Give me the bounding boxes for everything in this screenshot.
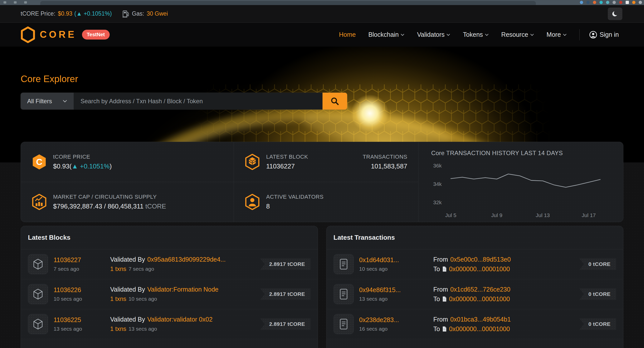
block-number-link[interactable]: 11036226 bbox=[54, 286, 110, 294]
tcore-price-card-value: $0.93(▲ +0.1051%) bbox=[53, 162, 112, 170]
block-txn-time: 7 secs ago bbox=[129, 266, 154, 272]
cube-icon bbox=[33, 258, 43, 270]
tcore-price-value[interactable]: $0.93 bbox=[58, 10, 72, 17]
moon-icon bbox=[612, 10, 619, 17]
search-button[interactable] bbox=[323, 93, 347, 110]
chevron-down-icon bbox=[563, 33, 567, 36]
search-icon bbox=[330, 97, 339, 106]
nav-item-home[interactable]: Home bbox=[339, 31, 356, 38]
active-validators-label: ACTIVE VALIDATORS bbox=[266, 194, 324, 200]
txns-count-link[interactable]: 1 txns bbox=[110, 295, 126, 302]
price-ticker-bar: tCORE Price: $0.93 (▲ +0.1051%) Gas: 30 … bbox=[0, 5, 644, 23]
to-address-link[interactable]: 0x000000...00001000 bbox=[449, 295, 510, 303]
document-icon bbox=[339, 288, 348, 300]
validator-link[interactable]: Validator:validator 0x02 bbox=[147, 316, 213, 323]
block-reward-badge: 2.8917 tCORE bbox=[260, 288, 311, 300]
tcore-price-change: (▲ +0.1051%) bbox=[74, 10, 112, 17]
nav-divider bbox=[579, 29, 580, 40]
chevron-down-icon bbox=[485, 33, 489, 36]
block-row: 11036226 10 secs ago Validated ByValidat… bbox=[21, 279, 318, 309]
search-filter-label: All Filters bbox=[27, 98, 52, 105]
chart-title: Core TRANSACTION HISTORY LAST 14 DAYS bbox=[431, 150, 611, 157]
block-cube-tile bbox=[28, 254, 48, 274]
from-address-link[interactable]: 0x01bca3...49b054b1 bbox=[450, 316, 511, 323]
testnet-badge: TestNet bbox=[82, 30, 110, 40]
contract-doc-icon bbox=[442, 266, 447, 272]
svg-text:C: C bbox=[36, 157, 42, 167]
active-validators-value: 8 bbox=[266, 202, 324, 210]
chevron-down-icon bbox=[446, 33, 450, 36]
transaction-history-line-chart: 36k 34k 32k Jul 5 Jul 9 Jul 13 Jul 17 bbox=[431, 157, 611, 220]
gas-value[interactable]: 30 Gwei bbox=[147, 10, 168, 17]
txn-hash-link[interactable]: 0x238de283... bbox=[359, 316, 433, 324]
stat-tcore-price: C tCORE PRICE $0.93(▲ +0.1051%) bbox=[21, 142, 234, 182]
user-icon bbox=[589, 31, 597, 39]
txns-count-link[interactable]: 1 txns bbox=[110, 325, 126, 332]
tcore-price-card-label: tCORE PRICE bbox=[53, 154, 112, 160]
txn-hash-link[interactable]: 0x94e86f315... bbox=[359, 286, 433, 294]
block-time: 7 secs ago bbox=[54, 266, 110, 272]
to-label: To bbox=[433, 295, 440, 303]
to-address-link[interactable]: 0x000000...00001000 bbox=[449, 325, 510, 333]
transaction-history-chart: Core TRANSACTION HISTORY LAST 14 DAYS 36… bbox=[419, 142, 623, 222]
block-txn-time: 13 secs ago bbox=[129, 326, 157, 332]
latest-block-icon bbox=[245, 154, 260, 170]
from-address-link[interactable]: 0x5e00c0...89d513e0 bbox=[450, 256, 511, 263]
txn-time: 10 secs ago bbox=[359, 266, 433, 272]
transaction-row: 0x1d64d031... 10 secs ago From0x5e00c0..… bbox=[327, 249, 623, 279]
contract-doc-icon bbox=[442, 296, 447, 302]
block-time: 13 secs ago bbox=[54, 326, 110, 332]
to-address-link[interactable]: 0x000000...00001000 bbox=[449, 265, 510, 273]
browser-chrome-strip bbox=[0, 0, 644, 5]
transaction-doc-tile bbox=[334, 314, 354, 334]
search-input[interactable] bbox=[74, 93, 323, 110]
txns-count-link[interactable]: 1 txns bbox=[110, 265, 126, 272]
block-cube-tile bbox=[28, 314, 48, 334]
txn-amount-badge: 0 tCORE bbox=[579, 258, 616, 270]
search-filter-dropdown[interactable]: All Filters bbox=[21, 93, 74, 110]
block-number-link[interactable]: 11036227 bbox=[54, 256, 110, 264]
chevron-down-icon bbox=[63, 100, 67, 102]
browser-extension-icons bbox=[580, 1, 642, 4]
txn-amount-badge: 0 tCORE bbox=[579, 288, 616, 300]
gas-pump-icon bbox=[122, 10, 130, 18]
latest-transactions-title: Latest Transactions bbox=[327, 226, 623, 249]
cube-icon bbox=[33, 318, 43, 330]
validated-by-label: Validated By bbox=[110, 316, 145, 323]
brand-name: CORE bbox=[40, 29, 76, 40]
latest-block-value[interactable]: 11036227 bbox=[266, 162, 308, 170]
from-address-link[interactable]: 0x1cd652...726ce230 bbox=[450, 286, 510, 293]
transaction-doc-tile bbox=[334, 254, 354, 274]
network-stats-card: C tCORE PRICE $0.93(▲ +0.1051%) MARK bbox=[21, 142, 623, 222]
transactions-value: 101,583,587 bbox=[371, 162, 407, 170]
page-title: Core Explorer bbox=[21, 74, 78, 84]
stat-latest-block: LATEST BLOCK 11036227 TRANSACTIONS 101,5… bbox=[234, 142, 418, 182]
theme-toggle-button[interactable] bbox=[608, 8, 622, 20]
nav-item-validators[interactable]: Validators bbox=[417, 31, 450, 38]
cube-icon bbox=[33, 288, 43, 300]
validated-by-label: Validated By bbox=[110, 286, 145, 293]
sign-in-button[interactable]: Sign in bbox=[589, 31, 619, 39]
nav-item-tokens[interactable]: Tokens bbox=[463, 31, 489, 38]
core-logo[interactable]: CORE TestNet bbox=[20, 26, 110, 43]
nav-item-resource[interactable]: Resource bbox=[501, 31, 534, 38]
y-axis-tick: 32k bbox=[433, 199, 442, 205]
market-cap-label: MARKET CAP / CIRCULATING SUPPLY bbox=[53, 194, 166, 200]
txn-amount-badge: 0 tCORE bbox=[579, 318, 616, 330]
block-cube-tile bbox=[28, 284, 48, 304]
nav-item-more[interactable]: More bbox=[547, 31, 567, 38]
document-icon bbox=[339, 318, 348, 330]
from-label: From bbox=[433, 316, 448, 323]
sign-in-label: Sign in bbox=[600, 31, 619, 38]
block-time: 10 secs ago bbox=[54, 296, 110, 302]
x-axis-tick: Jul 17 bbox=[582, 212, 596, 218]
market-cap-icon bbox=[32, 194, 47, 210]
validator-link[interactable]: Validator:Formation Node bbox=[147, 286, 219, 293]
nav-item-blockchain[interactable]: Blockchain bbox=[368, 31, 405, 38]
block-number-link[interactable]: 11036225 bbox=[54, 316, 110, 324]
block-row: 11036227 7 secs ago Validated By0x95aa68… bbox=[21, 249, 318, 279]
txn-hash-link[interactable]: 0x1d64d031... bbox=[359, 256, 433, 264]
validator-link[interactable]: 0x95aa6813d9099229de4... bbox=[147, 256, 226, 263]
transactions-label: TRANSACTIONS bbox=[363, 154, 407, 160]
latest-blocks-list: 11036227 7 secs ago Validated By0x95aa68… bbox=[21, 249, 318, 339]
